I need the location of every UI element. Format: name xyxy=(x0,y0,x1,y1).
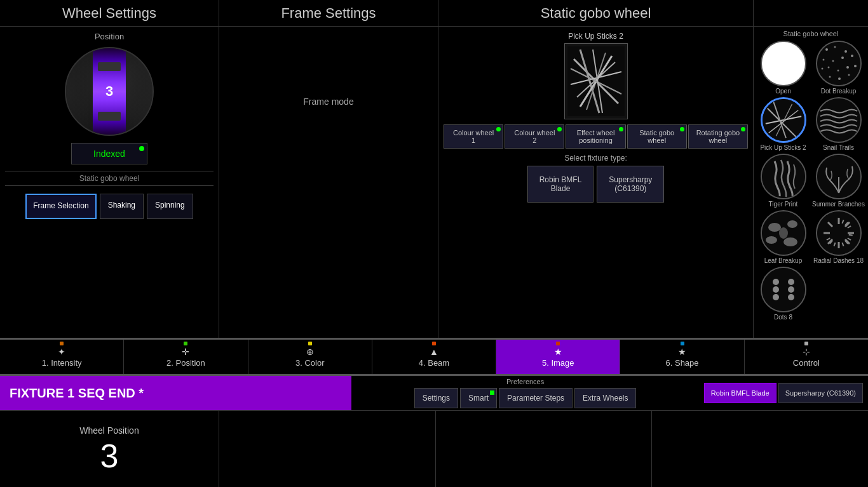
svg-point-18 xyxy=(838,77,841,80)
svg-point-22 xyxy=(827,67,829,69)
preferences-label: Preferences xyxy=(506,378,544,385)
indexed-button[interactable]: Indexed xyxy=(71,143,147,164)
frame-mode-label: Frame mode xyxy=(303,97,353,107)
wheel-position-value: 3 xyxy=(100,439,119,472)
frame-settings-title: Frame Settings xyxy=(219,0,438,26)
settings-button[interactable]: Settings xyxy=(414,388,458,408)
spinning-button[interactable]: Spinning xyxy=(147,194,193,219)
svg-point-10 xyxy=(825,48,828,51)
supersharpy-selector[interactable]: Supersharpy (C61390) xyxy=(778,383,863,403)
svg-point-14 xyxy=(851,55,853,57)
static-gobo-title: Static gobo wheel xyxy=(438,0,754,26)
svg-point-61 xyxy=(788,279,794,285)
gobo-dot-breakup[interactable]: Dot Breakup xyxy=(812,41,865,95)
svg-point-35 xyxy=(768,223,781,232)
gobo-summer-branches[interactable]: Summer Branches xyxy=(812,154,865,208)
svg-point-16 xyxy=(854,65,857,67)
colour-wheel-1-tab[interactable]: Colour wheel 1 xyxy=(444,124,503,149)
supersharpy-fixture-btn[interactable]: Supersharpy(C61390) xyxy=(597,166,664,203)
svg-point-39 xyxy=(779,227,788,239)
wheel-visual: 3 xyxy=(65,47,154,136)
tab-beam[interactable]: ▲ 4. Beam xyxy=(372,340,496,374)
svg-point-13 xyxy=(822,59,824,61)
svg-point-63 xyxy=(788,286,794,293)
tab-shape[interactable]: ★ 6. Shape xyxy=(620,340,744,374)
rotating-gobo-wheel-tab[interactable]: Rotating gobo wheel xyxy=(688,124,748,149)
position-label: Position xyxy=(95,32,124,41)
gobo-grid-title: Static gobo wheel xyxy=(757,30,865,37)
wheel-settings-title: Wheel Settings xyxy=(0,0,219,26)
svg-point-23 xyxy=(846,66,849,69)
gobo-radial-dashes[interactable]: Radial Dashes 18 xyxy=(812,210,865,264)
robin-bmfl-fixture-btn[interactable]: Robin BMFLBlade xyxy=(527,166,594,203)
svg-point-62 xyxy=(773,286,779,293)
shaking-button[interactable]: Shaking xyxy=(100,194,144,219)
svg-point-37 xyxy=(766,236,777,244)
tab-control[interactable]: ⊹ Control xyxy=(745,340,868,374)
tab-image[interactable]: ★ 5. Image xyxy=(496,340,620,374)
gobo-preview xyxy=(564,43,628,119)
svg-point-21 xyxy=(841,57,844,59)
svg-point-60 xyxy=(773,279,779,285)
gobo-pickup-sticks[interactable]: Pick Up Sticks 2 xyxy=(757,97,810,151)
frame-selection-button[interactable]: Frame Selection xyxy=(25,194,96,219)
svg-point-38 xyxy=(783,237,797,246)
select-fixture-label: Select fixture type: xyxy=(444,154,748,163)
svg-point-11 xyxy=(834,46,836,48)
svg-point-12 xyxy=(844,50,847,53)
pickup-sticks-label: Pick Up Sticks 2 xyxy=(568,32,623,41)
gobo-dots-8[interactable]: Dots 8 xyxy=(757,267,810,321)
wheel-position-title: Wheel Position xyxy=(79,425,139,436)
gobo-tiger-print[interactable]: Tiger Print xyxy=(757,154,810,208)
svg-point-65 xyxy=(788,294,794,300)
extra-wheels-button[interactable]: Extra Wheels xyxy=(574,388,636,408)
gobo-leaf-breakup[interactable]: Leaf Breakup xyxy=(757,210,810,264)
static-gobo-wheel-label: Static gobo wheel xyxy=(5,171,214,186)
fixture-status: FIXTURE 1 SEQ END * xyxy=(0,376,351,410)
svg-point-19 xyxy=(848,74,850,76)
gobo-snail-trails[interactable]: Snail Trails xyxy=(812,97,865,151)
smart-button[interactable]: Smart xyxy=(460,388,497,408)
robin-bmfl-selector[interactable]: Robin BMFL Blade xyxy=(704,383,776,403)
svg-point-20 xyxy=(832,60,834,62)
gobo-open[interactable]: Open xyxy=(757,41,810,95)
svg-point-24 xyxy=(837,70,839,72)
tab-position[interactable]: ✛ 2. Position xyxy=(124,340,248,374)
tab-intensity[interactable]: ✦ 1. Intensity xyxy=(0,340,124,374)
tab-color[interactable]: ⊕ 3. Color xyxy=(248,340,372,374)
svg-point-36 xyxy=(787,220,797,228)
effect-wheel-tab[interactable]: Effect wheel positioning xyxy=(566,124,625,149)
svg-point-32 xyxy=(762,155,805,198)
svg-point-17 xyxy=(829,76,831,78)
svg-point-59 xyxy=(762,268,805,311)
svg-point-64 xyxy=(773,294,779,300)
svg-line-52 xyxy=(848,235,852,236)
parameter-steps-button[interactable]: Parameter Steps xyxy=(499,388,573,408)
colour-wheel-2-tab[interactable]: Colour wheel 2 xyxy=(505,124,564,149)
svg-point-15 xyxy=(821,68,823,70)
static-gobo-wheel-tab[interactable]: Static gobo wheel xyxy=(627,124,687,149)
